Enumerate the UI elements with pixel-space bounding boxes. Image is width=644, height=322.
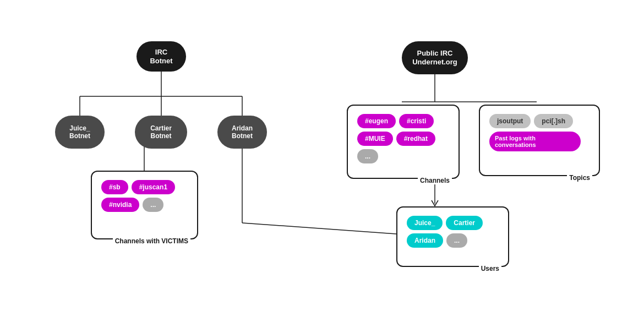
aridan-botnet-node: Aridan Botnet (217, 116, 267, 149)
channels-victims-label: Channels with VICTIMS (113, 237, 190, 245)
public-irc-node: Public IRC Undernet.org (402, 41, 468, 74)
users-box: Juice_ Cartier Aridan ... Users (396, 206, 509, 267)
pill-sb: #sb (101, 180, 128, 194)
irc-botnet-label: IRC Botnet (150, 48, 172, 65)
cartier-botnet-label: Cartier Botnet (150, 124, 172, 140)
pill-more-channels: ... (143, 198, 163, 212)
pill-juice-user: Juice_ (407, 216, 443, 230)
pill-redhat: #redhat (396, 132, 435, 146)
aridan-botnet-label: Aridan Botnet (232, 124, 253, 140)
irc-botnet-node: IRC Botnet (137, 41, 186, 72)
users-box-label: Users (479, 265, 501, 272)
pill-jsoutput: jsoutput (489, 114, 531, 128)
pill-muie: #MUIE (357, 132, 393, 146)
topics-box: jsoutput pci[.]sh Past logs with convers… (479, 105, 600, 176)
pill-nvidia: #nvidia (101, 198, 139, 212)
channels-pills: #eugen #cristi #MUIE #redhat ... (348, 106, 452, 176)
topics-pills: jsoutput pci[.]sh Past logs with convers… (480, 106, 590, 164)
juice-botnet-node: Juice_ Botnet (55, 116, 105, 149)
juice-botnet-label: Juice_ Botnet (69, 124, 90, 140)
pill-juscan1: #juscan1 (132, 180, 175, 194)
pill-past-logs: Past logs with conversations (489, 132, 581, 151)
channels-box: #eugen #cristi #MUIE #redhat ... Channel… (347, 105, 460, 179)
channels-victims-box: #sb #juscan1 #nvidia ... Channels with V… (91, 171, 198, 239)
channels-box-label: Channels (418, 177, 452, 184)
users-pills: Juice_ Cartier Aridan ... (397, 208, 502, 260)
pill-more-irc-channels: ... (357, 149, 378, 163)
pill-cartier-user: Cartier (446, 216, 483, 230)
pill-eugen: #eugen (357, 114, 396, 128)
pill-aridan-user: Aridan (407, 233, 443, 248)
channels-victims-pills: #sb #juscan1 #nvidia ... (92, 172, 197, 225)
pill-pci-sh: pci[.]sh (534, 114, 573, 128)
topics-box-label: Topics (567, 174, 592, 182)
svg-line-7 (242, 223, 396, 234)
public-irc-label: Public IRC Undernet.org (412, 49, 457, 66)
pill-cristi: #cristi (399, 114, 434, 128)
pill-more-users: ... (446, 233, 467, 248)
cartier-botnet-node: Cartier Botnet (135, 116, 187, 149)
